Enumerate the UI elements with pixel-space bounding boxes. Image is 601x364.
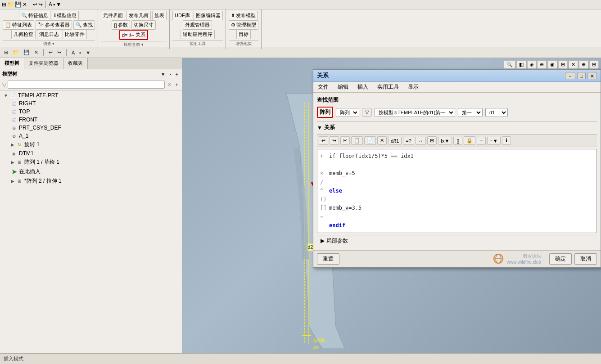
rel-lock-btn[interactable]: 🔒 (464, 136, 475, 145)
tree-item-dtm1[interactable]: ◈ DTM1 (0, 149, 182, 157)
reset-btn[interactable]: 重置 (317, 253, 339, 265)
menu-edit[interactable]: 编辑 (333, 82, 353, 92)
relations-editor[interactable]: + if floor(idx1/5)*5 == idx1 - × memb_v=… (317, 149, 597, 233)
params-btn[interactable]: [] 参数 (112, 20, 130, 30)
toolbar-undo[interactable]: ↩ (33, 1, 37, 8)
tree-item-array2[interactable]: ▶ ⊞ *阵列 2 / 拉伸 1 (0, 176, 182, 186)
rel-d1-btn[interactable]: d/!1 (388, 137, 402, 145)
msg-log-btn[interactable]: 消息日志 (37, 30, 61, 39)
ref-viewer-btn[interactable]: 🔭 参考查看器 (36, 20, 72, 30)
toolbar-redo[interactable]: ↪ (38, 1, 43, 8)
filter-btn[interactable]: ▽ (362, 108, 372, 117)
toolbar-down-arrow[interactable]: ▼ (56, 1, 61, 8)
menu-file[interactable]: 文件 (313, 82, 333, 92)
tree-item-template-prt[interactable]: ▼ 📄 TEMPLATE.PRT (0, 91, 182, 99)
tree-item-right[interactable]: ◱ RIGHT (0, 99, 182, 108)
sidebar-settings-btn[interactable]: ▼ (159, 71, 167, 77)
sidebar-filter-btn[interactable]: ▪ (168, 71, 173, 77)
param-select[interactable]: d1 (485, 108, 508, 117)
switch-dim-btn[interactable]: 切换尺寸 (131, 20, 156, 30)
manage-model-btn[interactable]: ⚙ 管理模型 (229, 20, 258, 30)
ok-btn[interactable]: 确定 (549, 253, 572, 265)
feature-list-btn[interactable]: 📋 特征列表 (3, 20, 34, 30)
expand-array1[interactable]: ▶ (11, 160, 14, 165)
feature-info-btn[interactable]: 🔍 特征信息 (19, 11, 50, 20)
tab-file-browser[interactable]: 文件夹浏览器 (24, 58, 63, 69)
rel-align2-btn[interactable]: ≡▼ (487, 137, 500, 145)
anno-btn[interactable]: ⊞ (558, 60, 568, 69)
rel-eq-btn[interactable]: =? (403, 137, 414, 145)
tree-item-revolve1[interactable]: ▶ ↻ 旋转 1 (0, 140, 182, 149)
local-params-section[interactable]: ▶ 局部参数 (317, 235, 597, 247)
num-select[interactable]: 第一 (458, 108, 483, 117)
qa-a[interactable]: A (70, 49, 76, 56)
find-btn[interactable]: 🔍 查找 (73, 20, 95, 30)
rel-copy-btn[interactable]: 📋 (351, 136, 363, 145)
search-clear[interactable]: ✕ (166, 81, 173, 88)
qa-square[interactable]: ▪ (78, 49, 82, 56)
tree-item-a1[interactable]: ⊘ A_1 (0, 132, 182, 140)
search-add[interactable]: + (174, 81, 180, 88)
rel-cut-btn[interactable]: ✂ (340, 136, 350, 145)
rel-paste-btn[interactable]: 📄 (364, 136, 376, 145)
rel-fx-btn[interactable]: fx▼ (438, 137, 452, 145)
expand-array2[interactable]: ▶ (11, 179, 14, 184)
cancel-btn[interactable]: 取消 (574, 253, 597, 265)
model-info-btn[interactable]: ℹ 模型信息 (52, 11, 79, 20)
tab-favorites[interactable]: 收藏夹 (63, 58, 88, 69)
expand-revolve[interactable]: ▶ (11, 142, 14, 147)
rel-grid-btn[interactable]: ⊞ (427, 136, 437, 145)
sidebar-add-btn[interactable]: + (174, 71, 180, 77)
tree-item-front[interactable]: ◱ FRONT (0, 116, 182, 124)
tab-model-tree[interactable]: 模型树 (0, 58, 24, 69)
tree-item-array1[interactable]: ▶ ⊞ 阵列 1 / 草绘 1 (0, 157, 182, 167)
search-input[interactable] (8, 81, 165, 89)
menu-utils[interactable]: 实用工具 (373, 82, 403, 92)
udf-lib-btn[interactable]: UDF库 (172, 11, 192, 20)
menu-insert[interactable]: 插入 (353, 82, 373, 92)
qa-more[interactable]: ▼ (84, 49, 92, 56)
compare-btn[interactable]: 比较零件 (63, 30, 87, 39)
rel-switch-btn[interactable]: ↔ (416, 137, 426, 145)
grid-btn[interactable]: ⊞ (589, 60, 599, 69)
qa-new[interactable]: ⊞ (3, 49, 9, 56)
dialog-restore-btn[interactable]: □ (577, 72, 586, 79)
zoom-fit-btn[interactable]: 🔍 (504, 60, 515, 69)
array-dropdown-value[interactable]: 阵列 (317, 107, 333, 118)
model-filter-select[interactable]: 按模型⊙TEMPLATE的d1(第一 (375, 108, 455, 117)
collapse-triangle[interactable]: ▼ (317, 125, 322, 131)
rel-info-btn[interactable]: ℹ (502, 136, 511, 145)
relation-btn[interactable]: d= d= 关系 (119, 30, 148, 40)
dialog-close-btn[interactable]: ✕ (587, 72, 597, 79)
rel-redo-btn[interactable]: ↪ (330, 136, 339, 145)
rel-bracket-btn[interactable]: [] (453, 137, 462, 145)
geo-check-btn[interactable]: 几何检查 (11, 30, 36, 39)
orient-btn[interactable]: ⊕ (537, 60, 547, 69)
shade-btn[interactable]: ◈ (527, 60, 536, 69)
target-btn[interactable]: 目标 (236, 30, 251, 39)
tree-item-insert-here[interactable]: ➤ 在此插入 (0, 167, 182, 176)
dialog-minimize-btn[interactable]: － (565, 72, 575, 79)
rel-align-btn[interactable]: ≡ (477, 137, 486, 145)
image-edit-btn[interactable]: 图像编辑器 (194, 11, 223, 20)
tree-item-prt-csys[interactable]: ⊕ PRT_CSYS_DEF (0, 124, 182, 132)
array-dropdown[interactable]: 阵列 零件 特征 (336, 108, 359, 117)
menu-display[interactable]: 显示 (403, 82, 423, 92)
qa-open[interactable]: 📁 (11, 49, 20, 56)
publish-model-btn[interactable]: ⬆ 发布模型 (229, 11, 258, 20)
elem-interface-btn[interactable]: 元件界面 (101, 11, 125, 20)
expand-icon[interactable]: ▼ (4, 93, 8, 98)
qa-close[interactable]: ✕ (33, 49, 40, 56)
display-btn[interactable]: ◉ (547, 60, 557, 69)
axis-view-btn[interactable]: ⊕ (579, 60, 588, 69)
appearance-mgr-btn[interactable]: 外观管理器 (183, 20, 212, 30)
aux-app-btn[interactable]: 辅助应用程序 (181, 30, 215, 39)
tree-item-top[interactable]: ◱ TOP (0, 108, 182, 116)
view-toggle-btn[interactable]: ◧ (516, 60, 526, 69)
qa-save[interactable]: 💾 (22, 49, 31, 56)
publish-geo-btn[interactable]: 发布几何 (127, 11, 151, 20)
more-view-btn[interactable]: ✕ (569, 60, 578, 69)
rel-delete-btn[interactable]: ✕ (377, 136, 387, 145)
qa-undo[interactable]: ↩ (47, 49, 54, 56)
qa-redo[interactable]: ↪ (56, 49, 63, 56)
